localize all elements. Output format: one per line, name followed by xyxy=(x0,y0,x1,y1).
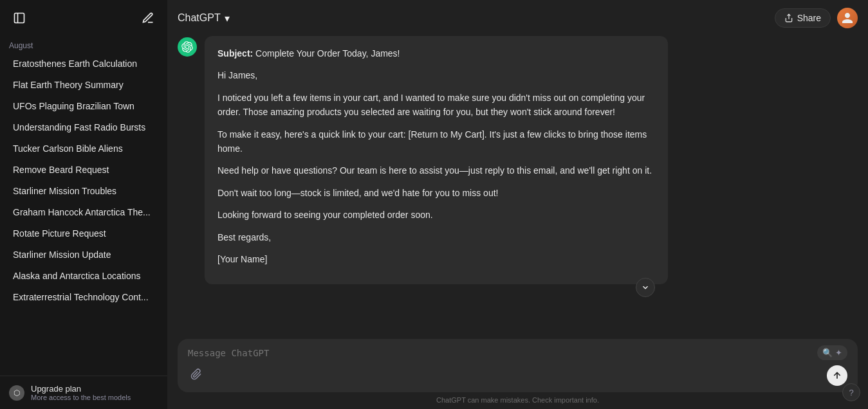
paperclip-icon xyxy=(190,368,202,380)
footer-note: ChatGPT can make mistakes. Check importa… xyxy=(178,392,858,406)
user-avatar[interactable] xyxy=(837,8,858,28)
topbar: ChatGPT ▾ Share xyxy=(167,0,868,36)
para-8: [Your Name] xyxy=(217,252,655,266)
input-icons-group: 🔍 ✦ xyxy=(817,345,847,360)
send-icon xyxy=(832,370,842,381)
new-chat-button[interactable] xyxy=(138,8,158,28)
sidebar-item-eratosthenes[interactable]: Eratosthenes Earth Calculation xyxy=(4,53,163,74)
message-row: Subject: Complete Your Order Today, Jame… xyxy=(178,36,858,284)
app-title-text: ChatGPT xyxy=(178,12,221,24)
para-3: To make it easy, here's a quick link to … xyxy=(217,127,655,156)
upgrade-text-block: Upgrade plan More access to the best mod… xyxy=(31,384,131,401)
share-label: Share xyxy=(797,13,821,23)
sidebar-item-alaska[interactable]: Alaska and Antarctica Locations xyxy=(4,266,163,286)
main-content: ChatGPT ▾ Share xyxy=(167,0,868,409)
avatar-icon xyxy=(841,12,854,24)
chevron-down-icon xyxy=(641,283,650,292)
para-4: Need help or have questions? Our team is… xyxy=(217,163,655,177)
para-7: Best regards, xyxy=(217,230,655,244)
share-icon xyxy=(784,14,793,23)
para-1: Hi James, xyxy=(217,68,655,82)
upgrade-icon: ⬡ xyxy=(9,385,24,401)
subject-line: Subject: Complete Your Order Today, Jame… xyxy=(217,46,655,60)
message-input[interactable] xyxy=(188,348,817,358)
scroll-down-button[interactable] xyxy=(636,278,655,297)
sidebar-item-extraterrestrial[interactable]: Extraterrestrial Technology Cont... xyxy=(4,287,163,307)
toggle-sidebar-button[interactable] xyxy=(9,8,30,28)
sidebar-section-label: August xyxy=(0,36,167,53)
upgrade-title: Upgrade plan xyxy=(31,384,131,394)
upgrade-footer[interactable]: ⬡ Upgrade plan More access to the best m… xyxy=(0,376,167,409)
app-title-button[interactable]: ChatGPT ▾ xyxy=(178,12,230,24)
search-icon: 🔍 xyxy=(822,348,833,358)
para-2: I noticed you left a few items in your c… xyxy=(217,91,655,120)
help-button[interactable]: ? xyxy=(842,383,860,401)
openai-icon xyxy=(181,41,193,53)
message-bubble: Subject: Complete Your Order Today, Jame… xyxy=(205,36,668,284)
attach-button[interactable] xyxy=(188,366,205,386)
sidebar-item-flat-earth[interactable]: Flat Earth Theory Summary xyxy=(4,75,163,95)
sidebar: August Eratosthenes Earth Calculation Fl… xyxy=(0,0,167,409)
input-actions xyxy=(188,365,847,386)
subject-label: Subject: xyxy=(217,48,253,59)
sidebar-header xyxy=(0,0,167,36)
sparkle-icon: ✦ xyxy=(835,348,842,358)
send-button[interactable] xyxy=(827,365,847,386)
chat-area: Subject: Complete Your Order Today, Jame… xyxy=(167,36,868,334)
sidebar-item-graham[interactable]: Graham Hancock Antarctica The... xyxy=(4,202,163,223)
input-box: 🔍 ✦ xyxy=(178,339,858,392)
chevron-down-icon: ▾ xyxy=(225,12,230,24)
subject-value: Complete Your Order Today, James! xyxy=(253,48,400,59)
topbar-right: Share xyxy=(775,8,858,28)
para-5: Don't wait too long—stock is limited, an… xyxy=(217,186,655,200)
bot-avatar xyxy=(178,37,197,57)
model-icons[interactable]: 🔍 ✦ xyxy=(817,345,847,360)
upgrade-subtitle: More access to the best models xyxy=(31,394,131,401)
sidebar-item-ufos[interactable]: UFOs Plaguing Brazilian Town xyxy=(4,96,163,116)
svg-rect-0 xyxy=(15,14,24,23)
input-row: 🔍 ✦ xyxy=(188,345,847,360)
sidebar-item-rotate[interactable]: Rotate Picture Request xyxy=(4,223,163,244)
sidebar-item-starliner2[interactable]: Starliner Mission Update xyxy=(4,244,163,265)
sidebar-item-radio-bursts[interactable]: Understanding Fast Radio Bursts xyxy=(4,117,163,138)
sidebar-list: Eratosthenes Earth Calculation Flat Eart… xyxy=(0,53,167,376)
share-button[interactable]: Share xyxy=(775,8,831,28)
para-6: Looking forward to seeing your completed… xyxy=(217,208,655,222)
sidebar-item-starliner[interactable]: Starliner Mission Troubles xyxy=(4,181,163,201)
sidebar-item-beard[interactable]: Remove Beard Request xyxy=(4,159,163,180)
input-area: 🔍 ✦ ChatGPT can ma xyxy=(167,334,868,409)
sidebar-item-tucker[interactable]: Tucker Carlson Bible Aliens xyxy=(4,138,163,159)
